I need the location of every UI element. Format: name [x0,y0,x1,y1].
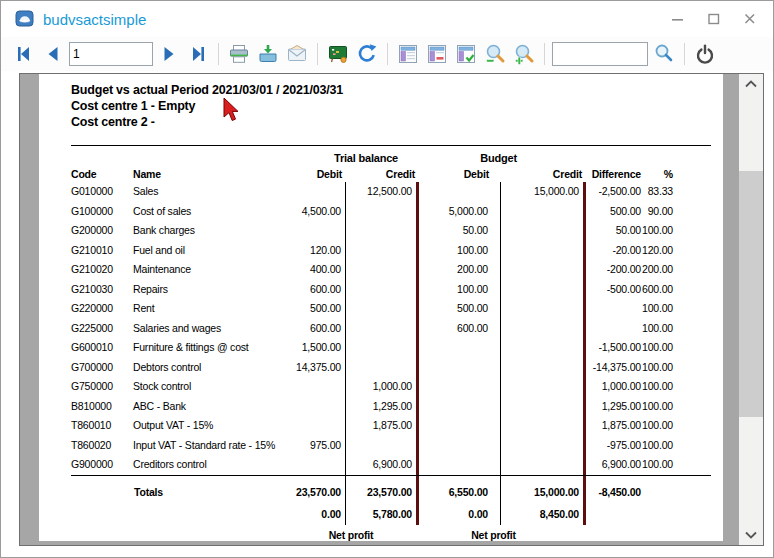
table-cell: Input VAT - Standard rate - 15% [133,436,281,456]
scroll-up-arrow[interactable] [739,74,763,94]
table-cell: Cost of sales [133,202,281,222]
table-cell: Stock control [133,377,281,397]
table-cell [346,260,419,280]
design-button[interactable] [325,41,351,67]
table-row: B810000ABC - Bank1,295.001,295.00100.00 [71,397,673,417]
table-cell [346,202,419,222]
page-layout-icon [396,42,420,66]
table-cell: 100.00 [641,358,673,378]
maximize-button[interactable] [703,9,725,29]
print-icon [227,42,251,66]
table-cell: B810000 [71,397,133,417]
table-cell [586,319,641,339]
vertical-scrollbar[interactable] [739,74,763,545]
previous-page-button[interactable] [40,41,66,67]
export-button[interactable] [255,41,281,67]
table-cell [419,436,501,456]
column-header-row: Code Name Debit Credit Debit Credit Diff… [71,166,673,182]
minimize-button[interactable] [667,9,689,29]
table-cell: Sales [133,182,281,202]
last-page-button[interactable] [185,41,211,67]
table-cell [419,182,501,202]
scroll-down-arrow[interactable] [739,525,763,545]
refresh-button[interactable] [354,41,380,67]
page-number-input[interactable] [69,42,153,66]
app-window: budvsactsimple [0,0,774,558]
report-rows: G010000Sales12,500.0015,000.00-2,500.008… [71,182,673,475]
table-cell [419,397,501,417]
table-cell: 600.00 [281,319,346,339]
table-cell [419,416,501,436]
table-cell: Furniture & fittings @ cost [133,338,281,358]
table-cell: 1,295.00 [586,397,641,417]
column-header: Difference [586,166,641,182]
next-page-button[interactable] [156,41,182,67]
email-button[interactable] [284,41,310,67]
last-page-icon [189,45,207,63]
table-cell: 500.00 [281,299,346,319]
close-button[interactable] [739,9,761,29]
table-cell [501,358,586,378]
table-cell [281,455,346,475]
table-cell: G010000 [71,182,133,202]
table-cell: 100.00 [419,280,501,300]
zoom-out-icon [483,42,507,66]
table-row: T860020Input VAT - Standard rate - 15%97… [71,436,673,456]
totals-rule [71,475,711,476]
zoom-out-button[interactable] [482,41,508,67]
scrollbar-thumb[interactable] [739,171,763,417]
table-cell: G700000 [71,358,133,378]
table-cell [501,377,586,397]
refresh-icon [355,42,379,66]
table-cell: 100.00 [641,377,673,397]
table-cell [501,299,586,319]
column-header: Debit [281,166,346,182]
page-layout-check-button[interactable] [453,41,479,67]
table-cell: T860020 [71,436,133,456]
search-button[interactable] [651,41,677,67]
table-cell [346,338,419,358]
table-cell: 200.00 [641,260,673,280]
toolbar-separator [317,43,318,65]
table-cell [501,221,586,241]
table-cell: 100.00 [641,299,673,319]
table-cell: 975.00 [281,436,346,456]
column-header: Credit [501,166,586,182]
table-cell: 500.00 [419,299,501,319]
print-button[interactable] [226,41,252,67]
next-page-icon [160,45,178,63]
table-cell [586,299,641,319]
table-cell: 1,000.00 [346,377,419,397]
table-cell: Maintenance [133,260,281,280]
search-input[interactable] [552,42,648,66]
group-header-budget: Budget [441,151,556,166]
page-layout-remove-button[interactable] [424,41,450,67]
table-cell [281,221,346,241]
balance-row: 0.00 5,780.00 0.00 8,450.00 [71,503,673,525]
power-button[interactable] [692,41,718,67]
title-bar: budvsactsimple [1,1,773,37]
table-row: G010000Sales12,500.0015,000.00-2,500.008… [71,182,673,202]
table-cell [501,416,586,436]
table-cell: 50.00 [586,221,641,241]
table-cell [501,436,586,456]
table-cell: 600.00 [419,319,501,339]
table-cell [419,338,501,358]
page-layout-button[interactable] [395,41,421,67]
table-cell: G210010 [71,241,133,261]
table-cell [281,397,346,417]
table-cell: 1,875.00 [346,416,419,436]
table-cell [346,436,419,456]
report-page: Budget vs actual Period 2021/03/01 / 202… [39,74,723,541]
table-cell: 1,500.00 [281,338,346,358]
first-page-button[interactable] [11,41,37,67]
table-cell [346,299,419,319]
cost-centre-2: Cost centre 2 - [71,114,673,130]
table-cell: Fuel and oil [133,241,281,261]
table-cell: 4,500.00 [281,202,346,222]
table-cell [281,416,346,436]
table-cell: 100.00 [419,241,501,261]
zoom-in-button[interactable] [511,41,537,67]
column-header: % [641,166,673,182]
table-cell [346,358,419,378]
